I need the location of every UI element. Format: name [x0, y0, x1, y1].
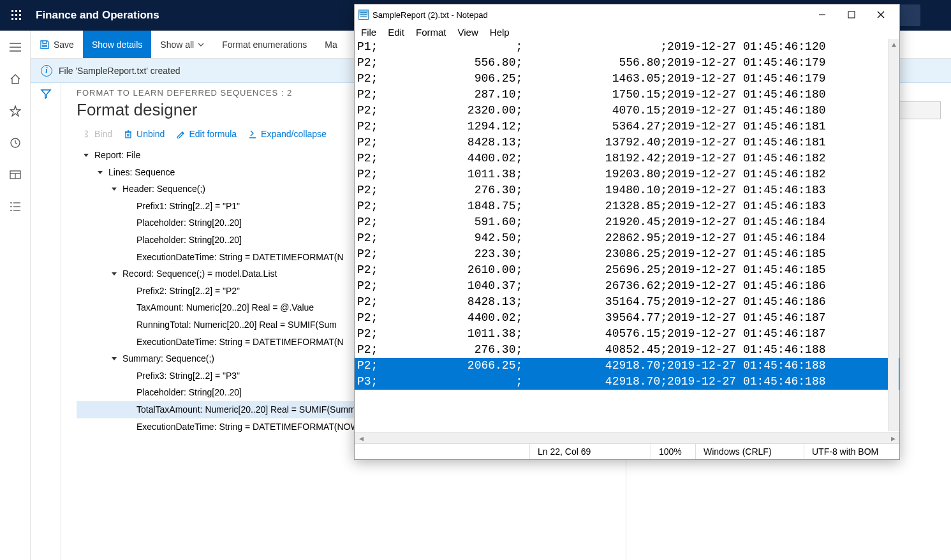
- waffle-icon[interactable]: [5, 4, 28, 27]
- caret-icon[interactable]: [82, 151, 91, 159]
- filter-column: [31, 83, 61, 560]
- tree-node-label: Lines: Sequence: [108, 164, 175, 181]
- text-line[interactable]: P2; 2610.00; 25696.25;2019-12-27 01:45:4…: [355, 262, 899, 278]
- notepad-window[interactable]: SampleReport (2).txt - Notepad FileEditF…: [354, 4, 900, 460]
- status-eol: Windows (CRLF): [695, 444, 804, 459]
- text-line[interactable]: P1; ; ;2019-12-27 01:45:46:120: [355, 39, 899, 55]
- unbind-button[interactable]: Unbind: [124, 129, 165, 139]
- svg-rect-2: [19, 10, 21, 12]
- hamburger-icon[interactable]: [5, 37, 26, 57]
- close-button[interactable]: [866, 5, 896, 24]
- caret-icon[interactable]: [110, 184, 119, 193]
- recent-icon[interactable]: [5, 133, 26, 153]
- tree-node-label: Prefix2: String[2..2] = "P2": [136, 283, 240, 300]
- notepad-icon: [358, 10, 369, 20]
- info-icon: i: [41, 65, 52, 77]
- app-title: Finance and Operations: [36, 9, 159, 22]
- text-line[interactable]: P2; 2066.25; 42918.70;2019-12-27 01:45:4…: [355, 358, 899, 374]
- tree-node-label: Record: Sequence(;) = model.Data.List: [122, 265, 277, 283]
- notepad-titlebar[interactable]: SampleReport (2).txt - Notepad: [355, 4, 899, 25]
- caret-icon[interactable]: [110, 269, 119, 278]
- svg-rect-6: [11, 18, 13, 20]
- tree-node-label: Prefix1: String[2..2] = "P1": [136, 198, 240, 215]
- text-line[interactable]: P2; 1040.37; 26736.62;2019-12-27 01:45:4…: [355, 278, 899, 294]
- menu-help[interactable]: Help: [490, 27, 510, 38]
- text-line[interactable]: P2; 223.30; 23086.25;2019-12-27 01:45:46…: [355, 246, 899, 262]
- show-details-button[interactable]: Show details: [83, 31, 151, 58]
- bind-button[interactable]: Bind: [82, 129, 112, 139]
- edit-formula-button[interactable]: Edit formula: [176, 129, 237, 139]
- tree-node-label: Summary: Sequence(;): [122, 350, 214, 367]
- svg-rect-7: [15, 18, 17, 20]
- svg-rect-4: [15, 14, 17, 16]
- scroll-right-icon[interactable]: ▸: [888, 434, 898, 443]
- text-line[interactable]: P2; 4400.02; 18192.42;2019-12-27 01:45:4…: [355, 151, 899, 166]
- status-zoom: 100%: [651, 444, 695, 459]
- svg-rect-5: [19, 14, 21, 16]
- notepad-textarea[interactable]: P1; ; ;2019-12-27 01:45:46:120P2; 556.80…: [355, 39, 899, 432]
- status-encoding: UTF-8 with BOM: [804, 444, 899, 459]
- caret-icon[interactable]: [110, 354, 119, 363]
- expand-collapse-button[interactable]: Expand/collapse: [248, 129, 327, 139]
- mapping-button[interactable]: Ma: [316, 31, 346, 58]
- text-line[interactable]: P2; 556.80; 556.80;2019-12-27 01:45:46:1…: [355, 55, 899, 71]
- text-line[interactable]: P2; 8428.13; 13792.40;2019-12-27 01:45:4…: [355, 135, 899, 151]
- tree-node-label: Placeholder: String[20..20]: [136, 214, 242, 232]
- text-line[interactable]: P2; 942.50; 22862.95;2019-12-27 01:45:46…: [355, 230, 899, 246]
- minimize-button[interactable]: [807, 5, 837, 24]
- workspace-icon[interactable]: [5, 165, 26, 185]
- status-position: Ln 22, Col 69: [529, 444, 651, 459]
- leftrail: [0, 31, 31, 560]
- scroll-left-icon[interactable]: ◂: [356, 434, 366, 443]
- text-line[interactable]: P2; 276.30; 19480.10;2019-12-27 01:45:46…: [355, 182, 899, 198]
- svg-rect-8: [19, 18, 21, 20]
- menu-edit[interactable]: Edit: [388, 27, 404, 38]
- svg-rect-0: [11, 10, 13, 12]
- format-enum-button[interactable]: Format enumerations: [213, 31, 316, 58]
- text-line[interactable]: P2; 1294.12; 5364.27;2019-12-27 01:45:46…: [355, 119, 899, 135]
- notepad-vscrollbar[interactable]: ▴: [888, 39, 899, 431]
- svg-rect-1: [15, 10, 17, 12]
- text-line[interactable]: P2; 906.25; 1463.05;2019-12-27 01:45:46:…: [355, 71, 899, 87]
- tree-node-label: RunningTotal: Numeric[20..20] Real = SUM…: [136, 316, 337, 334]
- svg-rect-28: [848, 11, 855, 18]
- text-line[interactable]: P2; 591.60; 21920.45;2019-12-27 01:45:46…: [355, 214, 899, 230]
- funnel-icon[interactable]: [40, 88, 52, 99]
- caret-icon[interactable]: [96, 168, 105, 177]
- notepad-menubar[interactable]: FileEditFormatViewHelp: [355, 25, 899, 39]
- save-button[interactable]: Save: [31, 31, 83, 58]
- notepad-statusbar: Ln 22, Col 69 100% Windows (CRLF) UTF-8 …: [355, 443, 899, 459]
- tree-node-label: Report: File: [94, 147, 140, 164]
- infobar-message: File 'SampleReport.txt' created: [59, 66, 181, 76]
- tree-node-label: Header: Sequence(;): [122, 181, 205, 198]
- text-line[interactable]: P2; 2320.00; 4070.15;2019-12-27 01:45:46…: [355, 103, 899, 119]
- home-icon[interactable]: [5, 69, 26, 89]
- text-line[interactable]: P2; 1011.38; 40576.15;2019-12-27 01:45:4…: [355, 326, 899, 342]
- tree-node-label: Placeholder: String[20..20]: [136, 384, 242, 401]
- star-icon[interactable]: [5, 101, 26, 121]
- svg-rect-3: [11, 14, 13, 16]
- svg-rect-24: [126, 132, 131, 138]
- tree-node-label: ExecutionDateTime: String = DATETIMEFORM…: [136, 249, 344, 266]
- text-line[interactable]: P2; 1848.75; 21328.85;2019-12-27 01:45:4…: [355, 198, 899, 214]
- text-line[interactable]: P2; 276.30; 40852.45;2019-12-27 01:45:46…: [355, 342, 899, 358]
- text-line[interactable]: P2; 4400.02; 39564.77;2019-12-27 01:45:4…: [355, 310, 899, 326]
- text-line[interactable]: P2; 1011.38; 19203.80;2019-12-27 01:45:4…: [355, 166, 899, 182]
- text-line[interactable]: P3; ; 42918.70;2019-12-27 01:45:46:188: [355, 374, 899, 390]
- text-line[interactable]: P2; 8428.13; 35164.75;2019-12-27 01:45:4…: [355, 294, 899, 310]
- maximize-button[interactable]: [837, 5, 866, 24]
- tree-node-label: Placeholder: String[20..20]: [136, 232, 242, 249]
- text-line[interactable]: P2; 287.10; 1750.15;2019-12-27 01:45:46:…: [355, 87, 899, 103]
- scroll-up-icon[interactable]: ▴: [888, 39, 899, 49]
- tree-node-label: Prefix3: String[2..2] = "P3": [136, 367, 240, 385]
- menu-view[interactable]: View: [458, 27, 478, 38]
- menu-format[interactable]: Format: [416, 27, 446, 38]
- notepad-title: SampleReport (2).txt - Notepad: [372, 10, 807, 20]
- tree-node-label: ExecutionDateTime: String = DATETIMEFORM…: [136, 334, 344, 351]
- tree-node-label: TaxAmount: Numeric[20..20] Real = @.Valu…: [136, 299, 314, 316]
- modules-icon[interactable]: [5, 196, 26, 217]
- notepad-hscrollbar[interactable]: ◂ ▸: [355, 432, 899, 443]
- show-all-button[interactable]: Show all: [151, 31, 213, 58]
- menu-file[interactable]: File: [361, 27, 376, 38]
